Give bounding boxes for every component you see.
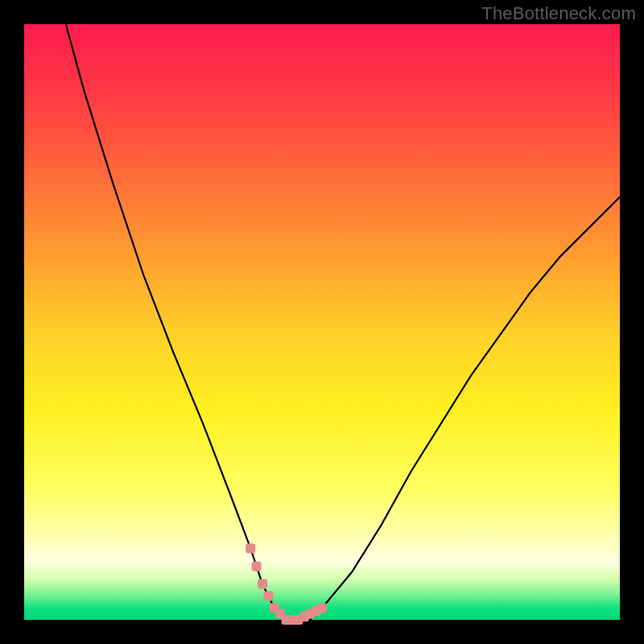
plot-area: [24, 24, 620, 620]
highlight-marker: [317, 603, 327, 613]
chart-frame: TheBottleneck.com: [0, 0, 644, 644]
highlight-marker: [263, 591, 273, 601]
highlight-marker: [258, 580, 267, 589]
bottleneck-curve-path: [66, 24, 620, 620]
highlight-markers: [246, 543, 327, 625]
watermark-text: TheBottleneck.com: [481, 3, 636, 24]
highlight-marker: [252, 561, 262, 571]
highlight-marker: [246, 543, 255, 553]
chart-svg: [24, 24, 620, 620]
curve-line: [66, 24, 620, 620]
